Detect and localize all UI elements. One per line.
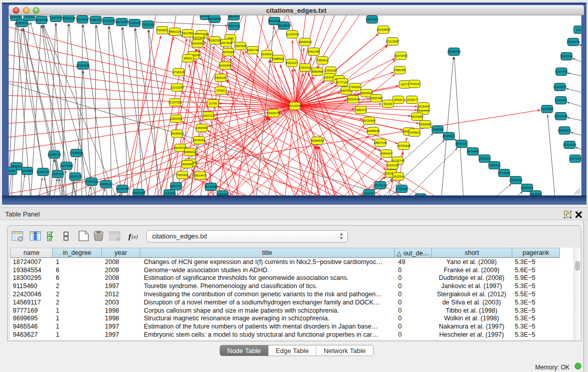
svg-text:39154: 39154 [9,169,16,172]
svg-text:18640910: 18640910 [298,40,312,43]
svg-text:12093873: 12093873 [553,85,567,89]
svg-text:9777169: 9777169 [336,81,349,84]
svg-text:23900273: 23900273 [267,112,280,115]
svg-text:9115460: 9115460 [418,105,430,108]
svg-text:16648784: 16648784 [447,50,461,53]
svg-text:7485059: 7485059 [394,69,406,72]
svg-text:9242848: 9242848 [219,64,231,67]
svg-text:10958107: 10958107 [99,183,113,186]
svg-text:7515526: 7515526 [128,21,141,25]
svg-text:12923448: 12923448 [132,191,146,194]
svg-text:9146821: 9146821 [261,53,273,56]
svg-text:2140557: 2140557 [10,15,22,18]
svg-text:8938923: 8938923 [443,135,455,138]
svg-text:12213967: 12213967 [386,40,400,43]
svg-text:7857224: 7857224 [228,25,240,28]
svg-text:153627: 153627 [407,98,418,101]
svg-text:17016504: 17016504 [563,143,577,146]
svg-text:6961758: 6961758 [308,50,320,53]
svg-text:18724007: 18724007 [288,104,302,107]
svg-text:7632621: 7632621 [488,164,500,167]
svg-text:990948: 990948 [182,163,193,166]
svg-text:9084067: 9084067 [380,152,393,155]
svg-text:746266: 746266 [350,85,361,89]
svg-text:8990448: 8990448 [311,70,323,73]
svg-text:9474444: 9474444 [467,150,479,153]
svg-text:62160: 62160 [384,102,393,105]
svg-text:9575984: 9575984 [411,115,423,118]
svg-text:8471626: 8471626 [498,171,510,174]
svg-text:18807249: 18807249 [374,141,387,144]
svg-text:8186328: 8186328 [209,39,221,42]
svg-text:11700: 11700 [209,102,217,105]
svg-text:1527602: 1527602 [76,18,89,21]
svg-text:1733426: 1733426 [396,187,408,190]
svg-text:16154808: 16154808 [377,28,390,31]
svg-text:1353359: 1353359 [195,126,208,129]
svg-text:17957225: 17957225 [85,180,99,183]
svg-text:12505135: 12505135 [69,175,82,178]
svg-text:4498222: 4498222 [184,150,196,154]
svg-text:1965495: 1965495 [170,117,182,120]
svg-text:10973403: 10973403 [394,54,408,57]
svg-text:9245652: 9245652 [521,186,533,189]
svg-text:1362615: 1362615 [299,66,311,69]
svg-text:91442: 91442 [365,192,374,195]
svg-text:761152: 761152 [24,15,34,18]
svg-text:2935114: 2935114 [479,157,491,160]
svg-text:7663822: 7663822 [156,29,168,32]
svg-text:20364436: 20364436 [346,98,360,101]
svg-text:1167534: 1167534 [570,157,581,160]
svg-text:7986372: 7986372 [355,108,367,112]
svg-text:9327503: 9327503 [192,36,205,39]
svg-text:19756928: 19756928 [397,144,411,147]
svg-text:7625402: 7625402 [176,173,188,177]
svg-text:16033809: 16033809 [208,17,222,20]
svg-text:23975887: 23975887 [60,164,74,167]
svg-text:8860124: 8860124 [169,30,181,33]
svg-text:1987378: 1987378 [50,16,62,19]
svg-text:10653267: 10653267 [62,17,76,20]
svg-text:9699695: 9699695 [419,123,431,126]
svg-text:9327508: 9327508 [220,41,232,45]
svg-text:3215958: 3215958 [541,107,553,111]
svg-text:12213369: 12213369 [170,86,184,89]
svg-text:2367608: 2367608 [234,45,247,48]
svg-text:11325419: 11325419 [286,33,299,36]
svg-text:10107552: 10107552 [168,101,182,104]
svg-text:10688609: 10688609 [366,129,380,133]
svg-text:131378: 131378 [164,192,175,195]
svg-text:1292344: 1292344 [216,193,229,195]
svg-text:14136141: 14136141 [374,184,387,187]
svg-text:7955812: 7955812 [316,59,329,62]
svg-text:1115681: 1115681 [21,169,33,172]
svg-text:26053346: 26053346 [76,64,90,67]
svg-text:19218506: 19218506 [277,24,291,27]
svg-text:10807487: 10807487 [369,97,383,100]
svg-text:20691406: 20691406 [35,18,49,21]
svg-text:2718126: 2718126 [172,71,185,74]
svg-text:8578342: 8578342 [193,139,205,142]
svg-text:1588520: 1588520 [272,57,284,60]
svg-text:3875685: 3875685 [222,51,234,54]
svg-text:252254: 252254 [393,175,404,178]
svg-text:94620: 94620 [394,98,403,101]
svg-text:1405571: 1405571 [16,21,28,25]
svg-text:8912954: 8912954 [182,32,194,35]
svg-text:9857791: 9857791 [170,185,182,188]
svg-text:47552: 47552 [216,89,225,92]
svg-text:16543362: 16543362 [191,42,205,45]
svg-text:19384554: 19384554 [311,139,324,142]
svg-text:1112: 1112 [576,28,581,31]
svg-text:881304: 881304 [229,15,239,18]
svg-text:19166825: 19166825 [170,132,184,135]
svg-text:16210643: 16210643 [554,115,568,118]
svg-text:16671355: 16671355 [115,20,129,24]
svg-text:19777: 19777 [401,83,409,86]
svg-text:15751074: 15751074 [567,40,580,43]
svg-text:10719155: 10719155 [102,19,116,23]
svg-text:12342757: 12342757 [36,170,50,173]
svg-text:6879197: 6879197 [455,142,468,145]
svg-text:6794028: 6794028 [324,69,337,72]
svg-text:15716485: 15716485 [204,185,218,188]
